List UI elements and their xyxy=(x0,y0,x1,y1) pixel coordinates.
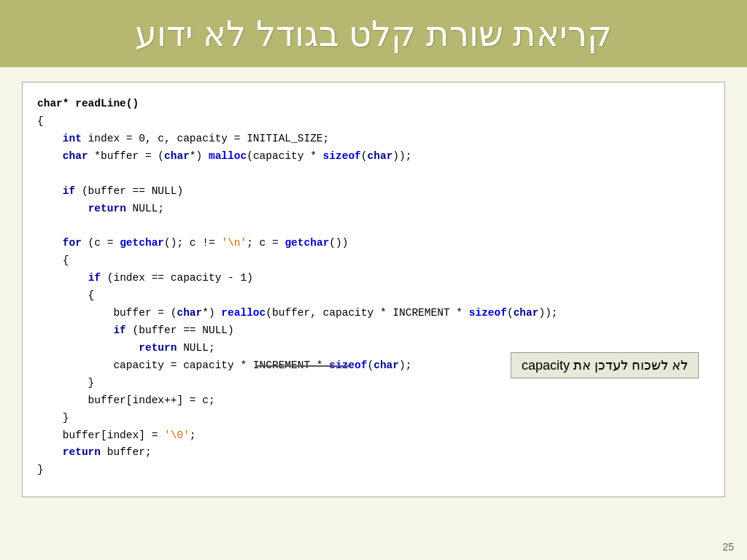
header: קריאת שורת קלט בגודל לא ידוע xyxy=(0,0,747,67)
page-number: 25 xyxy=(722,541,734,553)
slide-title: קריאת שורת קלט בגודל לא ידוע xyxy=(135,15,612,53)
code-block: char* readLine() { int index = 0, c, cap… xyxy=(37,96,710,479)
underline-hint xyxy=(256,365,351,367)
tooltip-text: לא לשכוח לעדכן את capacity xyxy=(522,358,688,373)
content-area: char* readLine() { int index = 0, c, cap… xyxy=(22,82,725,497)
tooltip-box: לא לשכוח לעדכן את capacity xyxy=(511,352,699,378)
